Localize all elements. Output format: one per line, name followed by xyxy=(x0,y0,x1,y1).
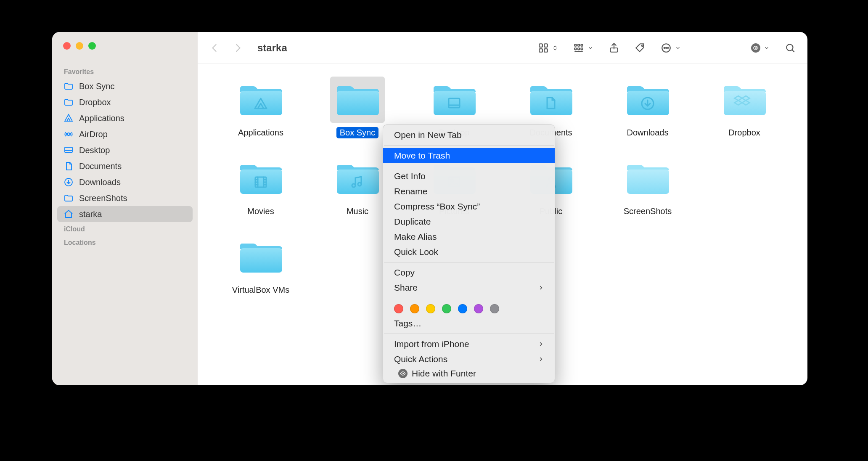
airdrop-icon xyxy=(63,129,74,140)
chevron-right-icon xyxy=(538,354,544,364)
context-menu-label: Copy xyxy=(394,268,415,278)
folder-item-dropbox[interactable]: Dropbox xyxy=(698,77,791,138)
context-menu-item[interactable]: Open in New Tab xyxy=(383,127,555,143)
folder-icon xyxy=(620,77,675,123)
downloads-icon xyxy=(63,177,74,188)
svg-rect-25 xyxy=(337,91,379,115)
tag-color[interactable] xyxy=(394,304,403,313)
context-menu-item[interactable]: Tags… xyxy=(383,316,555,331)
svg-rect-13 xyxy=(581,48,582,50)
svg-rect-5 xyxy=(544,44,548,47)
context-menu-item[interactable]: Import from iPhone xyxy=(383,336,555,352)
sidebar-item-label: Dropbox xyxy=(79,98,111,107)
folder-icon xyxy=(233,155,288,201)
context-menu-item[interactable]: Duplicate xyxy=(383,214,555,229)
context-menu-label: Duplicate xyxy=(394,217,431,227)
sidebar-item-documents[interactable]: Documents xyxy=(57,158,193,174)
folder-icon xyxy=(620,155,675,201)
folder-label: Box Sync xyxy=(336,127,378,138)
context-menu-separator xyxy=(384,145,554,146)
svg-rect-10 xyxy=(581,44,582,46)
minimize-window-button[interactable] xyxy=(76,42,83,50)
svg-rect-43 xyxy=(337,170,379,194)
forward-button[interactable] xyxy=(232,42,243,53)
folder-item-virtualbox-vms[interactable]: VirtualBox VMs xyxy=(214,234,307,296)
folder-item-downloads[interactable]: Downloads xyxy=(601,77,694,138)
tags-button[interactable] xyxy=(635,42,646,53)
document-icon xyxy=(63,161,74,172)
sidebar-item-airdrop[interactable]: AirDrop xyxy=(57,126,193,142)
folder-item-movies[interactable]: Movies xyxy=(214,155,307,217)
applications-icon xyxy=(63,113,74,124)
svg-point-20 xyxy=(667,47,668,48)
folder-item-applications[interactable]: Applications xyxy=(214,77,307,138)
tag-color[interactable] xyxy=(474,304,483,313)
tag-color[interactable] xyxy=(458,304,467,313)
context-menu-item[interactable]: Get Info xyxy=(383,169,555,184)
folder-item-screenshots[interactable]: ScreenShots xyxy=(601,155,694,217)
context-menu-item[interactable]: Compress “Box Sync” xyxy=(383,199,555,214)
context-menu-separator xyxy=(384,334,554,334)
folder-icon xyxy=(233,234,288,280)
context-menu-item[interactable]: Quick Look xyxy=(383,244,555,260)
svg-rect-12 xyxy=(578,48,580,50)
context-menu-item[interactable]: Move to Trash xyxy=(383,148,555,163)
folder-icon xyxy=(427,77,482,123)
tag-color[interactable] xyxy=(426,304,435,313)
context-menu-item[interactable]: Quick Actions xyxy=(383,352,555,367)
svg-rect-7 xyxy=(544,49,548,52)
sidebar-item-dropbox[interactable]: Dropbox xyxy=(57,94,193,110)
search-button[interactable] xyxy=(785,42,796,53)
context-menu-label: Quick Actions xyxy=(394,354,447,364)
close-window-button[interactable] xyxy=(63,42,71,50)
context-menu-item[interactable]: Rename xyxy=(383,184,555,199)
sidebar-header: iCloud xyxy=(57,222,193,236)
folder-label: VirtualBox VMs xyxy=(229,284,293,296)
back-button[interactable] xyxy=(209,42,220,53)
folder-label: Movies xyxy=(244,206,277,217)
svg-point-16 xyxy=(642,45,643,46)
funter-toolbar-button[interactable] xyxy=(751,42,770,53)
sidebar-item-screenshots[interactable]: ScreenShots xyxy=(57,190,193,206)
folder-icon xyxy=(63,81,74,92)
svg-rect-33 xyxy=(240,170,282,194)
sidebar-item-applications[interactable]: Applications xyxy=(57,110,193,126)
sidebar-item-label: Box Sync xyxy=(79,82,114,91)
context-menu-item[interactable]: Make Alias xyxy=(383,229,555,244)
context-menu-label: Open in New Tab xyxy=(394,130,462,140)
svg-rect-52 xyxy=(240,248,282,273)
svg-point-21 xyxy=(755,47,757,49)
tag-color[interactable] xyxy=(442,304,451,313)
tag-color[interactable] xyxy=(490,304,499,313)
sidebar-item-starka[interactable]: starka xyxy=(57,206,193,222)
context-menu-item[interactable]: Hide with Funter xyxy=(383,367,555,380)
share-button[interactable] xyxy=(609,42,619,53)
context-menu-tag-colors xyxy=(383,301,555,316)
svg-rect-8 xyxy=(574,44,576,46)
sidebar-item-box-sync[interactable]: Box Sync xyxy=(57,78,193,94)
eye-icon xyxy=(398,369,408,378)
context-menu-item[interactable]: Share xyxy=(383,280,555,295)
svg-rect-32 xyxy=(724,91,766,115)
action-menu-button[interactable] xyxy=(661,42,681,53)
sidebar-item-label: Downloads xyxy=(79,178,121,187)
eye-icon xyxy=(751,43,760,53)
svg-rect-26 xyxy=(434,91,476,115)
sidebar-item-downloads[interactable]: Downloads xyxy=(57,174,193,190)
group-by-button[interactable] xyxy=(573,42,593,53)
sidebar-item-desktop[interactable]: Desktop xyxy=(57,142,193,158)
window-controls xyxy=(57,42,193,50)
window-title: starka xyxy=(257,42,287,54)
folder-label: Downloads xyxy=(624,127,672,138)
svg-point-0 xyxy=(67,133,70,135)
context-menu-label: Quick Look xyxy=(394,247,438,257)
svg-point-18 xyxy=(664,47,665,48)
folder-label: Dropbox xyxy=(725,127,764,138)
view-mode-button[interactable] xyxy=(538,42,558,53)
tag-color[interactable] xyxy=(410,304,419,313)
sidebar-item-label: starka xyxy=(79,209,102,219)
maximize-window-button[interactable] xyxy=(88,42,96,50)
context-menu: Open in New TabMove to TrashGet InfoRena… xyxy=(383,125,555,383)
context-menu-item[interactable]: Copy xyxy=(383,265,555,280)
sidebar-header: Favorites xyxy=(57,65,193,78)
